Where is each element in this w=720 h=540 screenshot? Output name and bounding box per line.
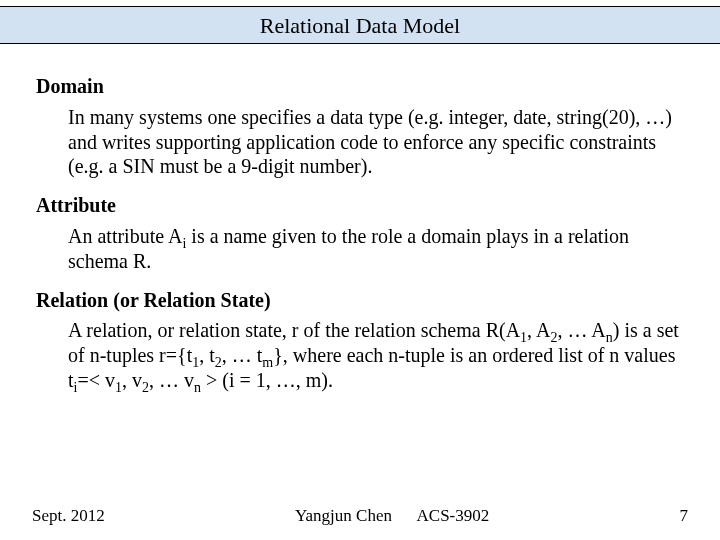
footer-page: 7 — [679, 506, 688, 526]
body-relation: A relation, or relation state, r of the … — [68, 318, 684, 392]
slide-title: Relational Data Model — [260, 13, 460, 38]
body-attribute: An attribute Ai is a name given to the r… — [68, 224, 684, 274]
footer-center: Yangjun Chen ACS-3902 — [295, 506, 489, 526]
slide-content: Domain In many systems one specifies a d… — [0, 44, 720, 393]
footer-author: Yangjun Chen — [295, 506, 392, 525]
slide-title-bar: Relational Data Model — [0, 6, 720, 44]
heading-attribute: Attribute — [36, 193, 684, 218]
body-domain: In many systems one specifies a data typ… — [68, 105, 684, 179]
footer-date: Sept. 2012 — [32, 506, 105, 526]
footer-course: ACS-3902 — [417, 506, 490, 525]
slide-footer: Sept. 2012 Yangjun Chen ACS-3902 7 — [0, 506, 720, 526]
heading-domain: Domain — [36, 74, 684, 99]
heading-relation: Relation (or Relation State) — [36, 288, 684, 313]
